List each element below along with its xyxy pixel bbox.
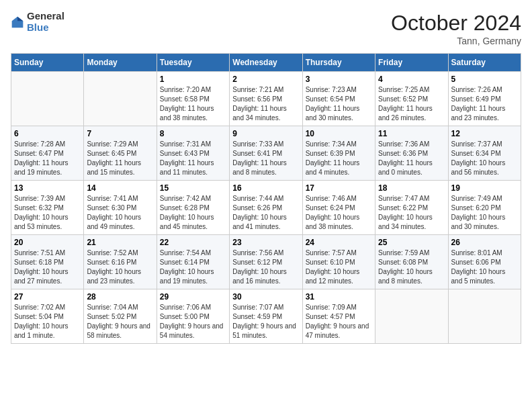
day-detail: Sunrise: 7:37 AMSunset: 6:34 PMDaylight:… (451, 140, 518, 177)
day-number: 30 (232, 292, 299, 302)
day-detail: Sunrise: 7:20 AMSunset: 6:58 PMDaylight:… (160, 85, 226, 123)
day-detail: Sunrise: 7:26 AMSunset: 6:49 PMDaylight:… (451, 85, 518, 123)
day-detail: Sunrise: 7:36 AMSunset: 6:36 PMDaylight:… (378, 140, 445, 177)
day-number: 9 (232, 129, 299, 138)
logo: General Blue (11, 11, 64, 33)
day-detail: Sunrise: 7:57 AMSunset: 6:10 PMDaylight:… (306, 248, 372, 286)
calendar-day-cell (375, 289, 448, 344)
calendar-day-cell: 6Sunrise: 7:28 AMSunset: 6:47 PMDaylight… (11, 126, 84, 181)
day-number: 24 (306, 238, 372, 247)
day-number: 17 (306, 183, 372, 193)
calendar-day-cell: 15Sunrise: 7:42 AMSunset: 6:28 PMDayligh… (157, 181, 229, 235)
calendar-week-row: 20Sunrise: 7:51 AMSunset: 6:18 PMDayligh… (11, 235, 521, 289)
day-detail: Sunrise: 7:25 AMSunset: 6:52 PMDaylight:… (378, 85, 445, 123)
calendar-week-row: 27Sunrise: 7:02 AMSunset: 5:04 PMDayligh… (11, 289, 521, 344)
calendar-day-cell: 17Sunrise: 7:46 AMSunset: 6:24 PMDayligh… (302, 181, 375, 235)
weekday-header: Monday (84, 54, 157, 72)
calendar-day-cell: 10Sunrise: 7:34 AMSunset: 6:39 PMDayligh… (302, 126, 375, 181)
day-number: 16 (232, 183, 299, 193)
header-row: SundayMondayTuesdayWednesdayThursdayFrid… (11, 54, 521, 72)
day-detail: Sunrise: 7:34 AMSunset: 6:39 PMDaylight:… (306, 140, 372, 177)
logo-line2: Blue (27, 22, 64, 34)
calendar-day-cell: 31Sunrise: 7:09 AMSunset: 4:57 PMDayligh… (302, 289, 375, 344)
day-number: 21 (87, 238, 153, 247)
calendar-day-cell: 1Sunrise: 7:20 AMSunset: 6:58 PMDaylight… (157, 72, 229, 126)
day-detail: Sunrise: 7:47 AMSunset: 6:22 PMDaylight:… (378, 194, 445, 232)
day-number: 3 (306, 75, 372, 84)
page-header: General Blue October 2024 Tann, Germany (11, 11, 521, 46)
logo-line1: General (27, 11, 64, 22)
weekday-header: Thursday (302, 54, 375, 72)
day-detail: Sunrise: 7:23 AMSunset: 6:54 PMDaylight:… (306, 85, 372, 123)
day-number: 11 (378, 129, 445, 138)
day-detail: Sunrise: 7:04 AMSunset: 5:02 PMDaylight:… (87, 303, 153, 340)
calendar-day-cell: 4Sunrise: 7:25 AMSunset: 6:52 PMDaylight… (375, 72, 448, 126)
day-detail: Sunrise: 7:29 AMSunset: 6:45 PMDaylight:… (87, 140, 153, 177)
day-number: 26 (451, 238, 518, 247)
calendar-day-cell: 11Sunrise: 7:36 AMSunset: 6:36 PMDayligh… (375, 126, 448, 181)
calendar-day-cell: 18Sunrise: 7:47 AMSunset: 6:22 PMDayligh… (375, 181, 448, 235)
calendar-day-cell: 12Sunrise: 7:37 AMSunset: 6:34 PMDayligh… (448, 126, 521, 181)
day-number: 19 (451, 183, 518, 193)
calendar-day-cell: 25Sunrise: 7:59 AMSunset: 6:08 PMDayligh… (375, 235, 448, 289)
calendar-day-cell: 9Sunrise: 7:33 AMSunset: 6:41 PMDaylight… (230, 126, 302, 181)
day-number: 28 (87, 292, 153, 302)
day-number: 13 (14, 183, 81, 193)
calendar-day-cell (448, 289, 521, 344)
day-detail: Sunrise: 7:28 AMSunset: 6:47 PMDaylight:… (14, 140, 81, 177)
calendar-day-cell: 23Sunrise: 7:56 AMSunset: 6:12 PMDayligh… (230, 235, 302, 289)
calendar-day-cell (84, 72, 157, 126)
day-number: 20 (14, 238, 81, 247)
day-detail: Sunrise: 7:54 AMSunset: 6:14 PMDaylight:… (160, 248, 226, 286)
day-number: 15 (160, 183, 226, 193)
svg-marker-1 (17, 16, 23, 21)
day-number: 14 (87, 183, 153, 193)
day-number: 1 (160, 75, 226, 84)
calendar-day-cell: 20Sunrise: 7:51 AMSunset: 6:18 PMDayligh… (11, 235, 84, 289)
day-number: 10 (306, 129, 372, 138)
day-detail: Sunrise: 7:59 AMSunset: 6:08 PMDaylight:… (378, 248, 445, 286)
day-detail: Sunrise: 7:49 AMSunset: 6:20 PMDaylight:… (451, 194, 518, 232)
weekday-header: Saturday (448, 54, 521, 72)
weekday-header: Friday (375, 54, 448, 72)
day-detail: Sunrise: 7:02 AMSunset: 5:04 PMDaylight:… (14, 303, 81, 340)
day-detail: Sunrise: 7:33 AMSunset: 6:41 PMDaylight:… (232, 140, 299, 177)
calendar-day-cell: 28Sunrise: 7:04 AMSunset: 5:02 PMDayligh… (84, 289, 157, 344)
calendar-day-cell: 13Sunrise: 7:39 AMSunset: 6:32 PMDayligh… (11, 181, 84, 235)
day-number: 12 (451, 129, 518, 138)
calendar-week-row: 1Sunrise: 7:20 AMSunset: 6:58 PMDaylight… (11, 72, 521, 126)
day-number: 5 (451, 75, 518, 84)
day-detail: Sunrise: 7:51 AMSunset: 6:18 PMDaylight:… (14, 248, 81, 286)
day-number: 18 (378, 183, 445, 193)
day-number: 8 (160, 129, 226, 138)
logo-text: General Blue (27, 11, 64, 33)
month-title: October 2024 (391, 11, 521, 36)
logo-icon (11, 15, 24, 29)
calendar-day-cell: 26Sunrise: 8:01 AMSunset: 6:06 PMDayligh… (448, 235, 521, 289)
day-detail: Sunrise: 7:56 AMSunset: 6:12 PMDaylight:… (232, 248, 299, 286)
title-block: October 2024 Tann, Germany (391, 11, 521, 46)
calendar-day-cell: 3Sunrise: 7:23 AMSunset: 6:54 PMDaylight… (302, 72, 375, 126)
location-subtitle: Tann, Germany (391, 36, 521, 46)
weekday-header: Wednesday (230, 54, 302, 72)
day-number: 4 (378, 75, 445, 84)
calendar-day-cell: 5Sunrise: 7:26 AMSunset: 6:49 PMDaylight… (448, 72, 521, 126)
calendar-day-cell: 30Sunrise: 7:07 AMSunset: 4:59 PMDayligh… (230, 289, 302, 344)
day-detail: Sunrise: 8:01 AMSunset: 6:06 PMDaylight:… (451, 248, 518, 286)
calendar-day-cell (11, 72, 84, 126)
day-number: 29 (160, 292, 226, 302)
day-detail: Sunrise: 7:07 AMSunset: 4:59 PMDaylight:… (232, 303, 299, 340)
day-number: 6 (14, 129, 81, 138)
day-number: 22 (160, 238, 226, 247)
calendar-day-cell: 7Sunrise: 7:29 AMSunset: 6:45 PMDaylight… (84, 126, 157, 181)
calendar-table: SundayMondayTuesdayWednesdayThursdayFrid… (11, 53, 521, 344)
day-detail: Sunrise: 7:46 AMSunset: 6:24 PMDaylight:… (306, 194, 372, 232)
day-detail: Sunrise: 7:44 AMSunset: 6:26 PMDaylight:… (232, 194, 299, 232)
day-detail: Sunrise: 7:52 AMSunset: 6:16 PMDaylight:… (87, 248, 153, 286)
day-detail: Sunrise: 7:31 AMSunset: 6:43 PMDaylight:… (160, 140, 226, 177)
weekday-header: Tuesday (157, 54, 229, 72)
weekday-header: Sunday (11, 54, 84, 72)
day-detail: Sunrise: 7:41 AMSunset: 6:30 PMDaylight:… (87, 194, 153, 232)
day-number: 23 (232, 238, 299, 247)
calendar-day-cell: 27Sunrise: 7:02 AMSunset: 5:04 PMDayligh… (11, 289, 84, 344)
